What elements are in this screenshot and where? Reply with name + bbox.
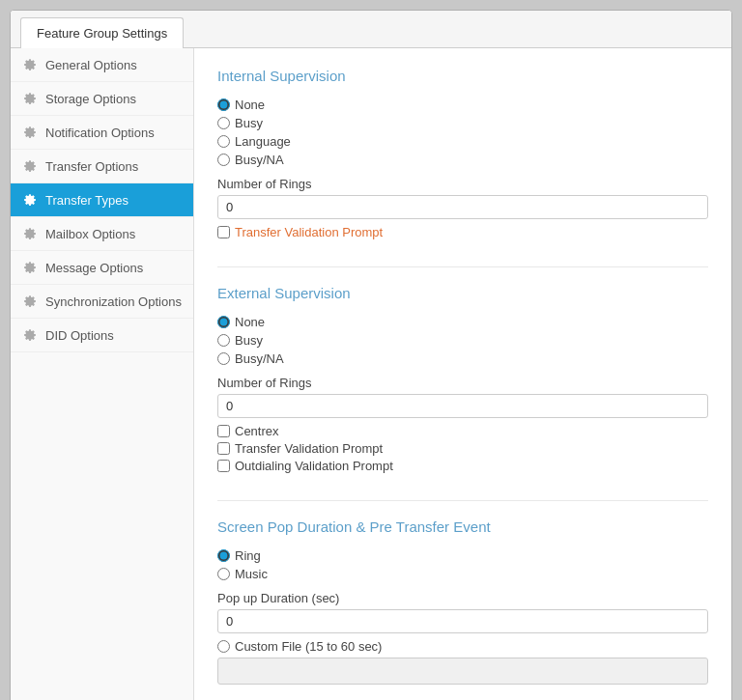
ext-busyna-radio[interactable] [217, 352, 230, 365]
centrex-checkbox[interactable] [217, 425, 230, 437]
internal-supervision-radios: None Busy Language Busy/NA [217, 98, 708, 167]
ext-busy-label[interactable]: Busy [217, 333, 708, 348]
int-busyna-radio[interactable] [217, 154, 230, 166]
external-supervision-title: External Supervision [217, 285, 708, 305]
int-rings-label: Number of Rings [217, 177, 708, 191]
gear-icon [22, 192, 38, 208]
sidebar-item-transfer-options[interactable]: Transfer Options [11, 150, 193, 183]
external-supervision-radios: None Busy Busy/NA [217, 315, 708, 366]
sidebar-item-label: Notification Options [45, 126, 155, 140]
int-transfer-validation-checkbox[interactable] [217, 226, 230, 238]
outdialing-validation-text: Outdialing Validation Prompt [235, 459, 393, 473]
pop-ring-text: Ring [235, 548, 261, 563]
screen-pop-radios: Ring Music [217, 548, 708, 581]
pop-music-label[interactable]: Music [217, 567, 708, 581]
outdialing-validation-label[interactable]: Outdialing Validation Prompt [217, 459, 708, 473]
tab-bar: Feature Group Settings [11, 11, 731, 48]
ext-none-label[interactable]: None [217, 315, 708, 329]
gear-icon [22, 57, 38, 72]
ext-none-text: None [235, 315, 265, 329]
pop-ring-label[interactable]: Ring [217, 548, 708, 563]
custom-file-radio[interactable] [217, 640, 230, 653]
internal-supervision-title: Internal Supervision [217, 68, 708, 88]
sidebar-item-message-options[interactable]: Message Options [11, 251, 193, 285]
popup-duration-input[interactable] [217, 609, 708, 633]
centrex-text: Centrex [235, 424, 279, 438]
int-busyna-text: Busy/NA [235, 153, 284, 167]
sidebar-item-label: Storage Options [45, 92, 136, 106]
ext-rings-input[interactable] [217, 394, 708, 418]
ext-busyna-label[interactable]: Busy/NA [217, 351, 708, 366]
ext-transfer-validation-text: Transfer Validation Prompt [235, 441, 383, 456]
gear-icon [22, 260, 38, 275]
sidebar-item-general-options[interactable]: General Options [11, 48, 193, 82]
sidebar-item-transfer-types[interactable]: Transfer Types [11, 183, 193, 217]
ext-busy-radio[interactable] [217, 334, 230, 347]
sidebar-item-storage-options[interactable]: Storage Options [11, 82, 193, 116]
sidebar: General OptionsStorage OptionsNotificati… [11, 48, 194, 700]
int-language-label[interactable]: Language [217, 134, 708, 149]
sidebar-item-did-options[interactable]: DID Options [11, 319, 193, 352]
int-rings-input[interactable] [217, 195, 708, 219]
centrex-label[interactable]: Centrex [217, 424, 708, 438]
gear-icon [22, 125, 38, 140]
popup-duration-label: Pop up Duration (sec) [217, 591, 708, 605]
screen-pop-title: Screen Pop Duration & Pre Transfer Event [217, 518, 708, 539]
gear-icon [22, 327, 38, 343]
outdialing-validation-checkbox[interactable] [217, 460, 230, 472]
sidebar-item-label: Message Options [45, 261, 143, 275]
custom-file-label[interactable]: Custom File (15 to 60 sec) [217, 639, 708, 654]
int-language-radio[interactable] [217, 135, 230, 148]
gear-icon [22, 158, 38, 174]
ext-transfer-validation-checkbox[interactable] [217, 442, 230, 455]
gear-icon [22, 294, 38, 309]
gear-icon [22, 91, 38, 106]
sidebar-item-label: General Options [45, 58, 137, 72]
divider-1 [217, 266, 708, 267]
screen-pop-section: Screen Pop Duration & Pre Transfer Event… [217, 518, 708, 690]
ext-busy-text: Busy [235, 333, 263, 348]
sidebar-item-mailbox-options[interactable]: Mailbox Options [11, 217, 193, 251]
ext-busyna-text: Busy/NA [235, 351, 284, 366]
ext-rings-label: Number of Rings [217, 376, 708, 390]
external-supervision-section: External Supervision None Busy Busy/NA [217, 285, 708, 473]
main-content: General OptionsStorage OptionsNotificati… [11, 48, 731, 700]
int-language-text: Language [235, 134, 291, 149]
ext-transfer-validation-label[interactable]: Transfer Validation Prompt [217, 441, 708, 456]
sidebar-item-label: Transfer Options [45, 159, 138, 174]
pop-music-radio[interactable] [217, 568, 230, 580]
int-busy-radio[interactable] [217, 117, 230, 129]
int-busyna-label[interactable]: Busy/NA [217, 153, 708, 167]
custom-file-input[interactable] [217, 658, 708, 685]
sidebar-item-label: DID Options [45, 328, 114, 343]
divider-2 [217, 500, 708, 501]
sidebar-item-label: Transfer Types [45, 193, 128, 208]
int-busy-text: Busy [235, 116, 263, 130]
custom-file-text: Custom File (15 to 60 sec) [235, 639, 382, 654]
sidebar-item-label: Synchronization Options [45, 294, 182, 309]
int-busy-label[interactable]: Busy [217, 116, 708, 130]
gear-icon [22, 226, 38, 241]
content-area: Internal Supervision None Busy Language [194, 48, 731, 700]
int-transfer-validation-label[interactable]: Transfer Validation Prompt [217, 225, 708, 239]
sidebar-item-label: Mailbox Options [45, 227, 135, 241]
pop-music-text: Music [235, 567, 268, 581]
int-none-label[interactable]: None [217, 98, 708, 112]
internal-supervision-section: Internal Supervision None Busy Language [217, 68, 708, 239]
int-none-text: None [235, 98, 265, 112]
int-none-radio[interactable] [217, 98, 230, 111]
pop-ring-radio[interactable] [217, 549, 230, 562]
sidebar-item-synchronization-options[interactable]: Synchronization Options [11, 285, 193, 319]
main-window: Feature Group Settings General OptionsSt… [10, 10, 732, 700]
int-transfer-validation-text: Transfer Validation Prompt [235, 225, 383, 239]
tab-feature-group-settings[interactable]: Feature Group Settings [20, 17, 184, 48]
ext-none-radio[interactable] [217, 316, 230, 328]
sidebar-item-notification-options[interactable]: Notification Options [11, 116, 193, 150]
